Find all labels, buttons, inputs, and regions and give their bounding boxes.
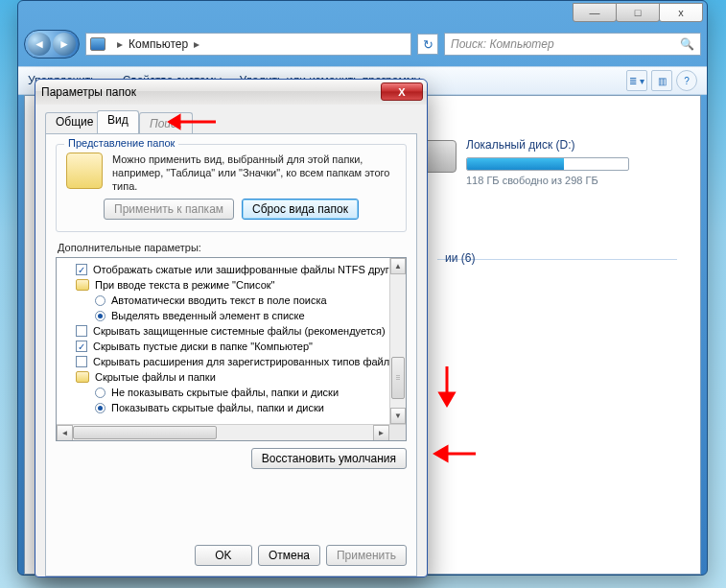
close-button[interactable]: x bbox=[659, 3, 703, 22]
search-input[interactable]: Поиск: Компьютер 🔍 bbox=[444, 33, 701, 56]
refresh-button[interactable]: ↻ bbox=[417, 34, 438, 55]
opt-list-typing: При вводе текста в режиме "Список" bbox=[62, 277, 407, 293]
advanced-label: Дополнительные параметры: bbox=[58, 242, 407, 253]
drive-space-info: 118 ГБ свободно из 298 ГБ bbox=[466, 175, 677, 186]
forward-button[interactable]: ► bbox=[53, 33, 76, 56]
cancel-button[interactable]: Отмена bbox=[258, 545, 320, 566]
opt-auto-search[interactable]: Автоматически вводить текст в поле поиск… bbox=[62, 293, 407, 308]
view-options-button[interactable]: ≣ ▾ bbox=[626, 70, 647, 91]
folder-icon bbox=[76, 279, 89, 291]
preview-pane-button[interactable]: ▥ bbox=[651, 70, 672, 91]
opt-hide-empty-drives[interactable]: ✓Скрывать пустые диски в папке "Компьюте… bbox=[62, 339, 407, 354]
drive-space-bar bbox=[466, 157, 629, 171]
annotation-arrow-tab bbox=[168, 114, 216, 133]
opt-hide-protected[interactable]: Скрывать защищенные системные файлы (рек… bbox=[62, 323, 407, 339]
annotation-arrow-scroll-down bbox=[437, 366, 457, 411]
tree-vertical-scrollbar[interactable]: ▲ ▼ bbox=[389, 258, 406, 424]
folder-icon bbox=[76, 371, 89, 383]
annotation-arrow-scroll-thumb bbox=[433, 445, 476, 466]
dialog-title: Параметры папок bbox=[41, 85, 136, 99]
dialog-titlebar[interactable]: Параметры папок bbox=[35, 80, 427, 105]
computer-icon bbox=[90, 37, 105, 51]
tab-strip: Общие Вид Поиск bbox=[45, 110, 417, 133]
search-placeholder: Поиск: Компьютер bbox=[451, 37, 554, 51]
group-description: Можно применить вид, выбранный для этой … bbox=[112, 153, 396, 193]
restore-defaults-button[interactable]: Восстановить умолчания bbox=[251, 448, 407, 469]
opt-hidden-files-group: Скрытые файлы и папки bbox=[62, 369, 407, 385]
chevron-right-icon: ▸ bbox=[188, 37, 205, 51]
apply-to-folders-button: Применить к папкам bbox=[104, 199, 234, 220]
folder-views-group: Представление папок Можно применить вид,… bbox=[56, 144, 407, 232]
reset-folders-button[interactable]: Сброс вида папок bbox=[242, 199, 359, 220]
minimize-button[interactable]: — bbox=[573, 3, 617, 22]
explorer-titlebar: — □ x bbox=[18, 1, 707, 26]
ok-button[interactable]: OK bbox=[195, 545, 252, 566]
apply-button[interactable]: Применить bbox=[326, 545, 407, 566]
tab-panel-view: Представление папок Можно применить вид,… bbox=[45, 133, 417, 576]
dialog-close-button[interactable]: X bbox=[381, 82, 423, 101]
scroll-up-button[interactable]: ▲ bbox=[390, 258, 406, 274]
advanced-settings-tree[interactable]: ✓Отображать сжатые или зашифрованные фай… bbox=[56, 257, 407, 441]
opt-show-hidden[interactable]: Показывать скрытые файлы, папки и диски bbox=[62, 400, 407, 415]
opt-hide-extensions[interactable]: Скрывать расширения для зарегистрированн… bbox=[62, 354, 407, 369]
scroll-thumb-v[interactable] bbox=[391, 357, 405, 399]
folder-icon bbox=[66, 153, 103, 189]
scroll-right-button[interactable]: ► bbox=[373, 425, 389, 441]
scroll-down-button[interactable]: ▼ bbox=[390, 408, 406, 424]
drive-label: Локальный диск (D:) bbox=[466, 138, 677, 152]
opt-dont-show-hidden[interactable]: Не показывать скрытые файлы, папки и дис… bbox=[62, 385, 407, 400]
maximize-button[interactable]: □ bbox=[616, 3, 660, 22]
group-legend: Представление папок bbox=[64, 137, 178, 149]
tab-general[interactable]: Общие bbox=[45, 112, 104, 133]
group-label: ии (6) bbox=[445, 251, 475, 265]
opt-select-typed[interactable]: Выделять введенный элемент в списке bbox=[62, 308, 407, 323]
drive-item-d[interactable]: Локальный диск (D:) 118 ГБ свободно из 2… bbox=[466, 138, 677, 186]
tree-horizontal-scrollbar[interactable]: ◄ ► bbox=[57, 424, 406, 440]
help-button[interactable]: ? bbox=[676, 70, 697, 91]
address-bar: ◄ ► ▸ Компьютер ▸ ↻ Поиск: Компьютер 🔍 bbox=[18, 26, 707, 66]
breadcrumb-label: Компьютер bbox=[129, 37, 188, 51]
chevron-right-icon: ▸ bbox=[111, 37, 129, 51]
scroll-left-button[interactable]: ◄ bbox=[57, 425, 73, 441]
nav-buttons: ◄ ► bbox=[24, 30, 80, 59]
folder-options-dialog: Параметры папок X Общие Вид Поиск Предст… bbox=[35, 79, 428, 577]
back-button[interactable]: ◄ bbox=[28, 33, 51, 56]
breadcrumb[interactable]: ▸ Компьютер ▸ bbox=[85, 33, 411, 56]
search-icon: 🔍 bbox=[680, 37, 694, 51]
tab-view[interactable]: Вид bbox=[97, 110, 139, 133]
scroll-thumb-h[interactable] bbox=[73, 426, 217, 439]
opt-show-compressed[interactable]: ✓Отображать сжатые или зашифрованные фай… bbox=[62, 262, 407, 277]
